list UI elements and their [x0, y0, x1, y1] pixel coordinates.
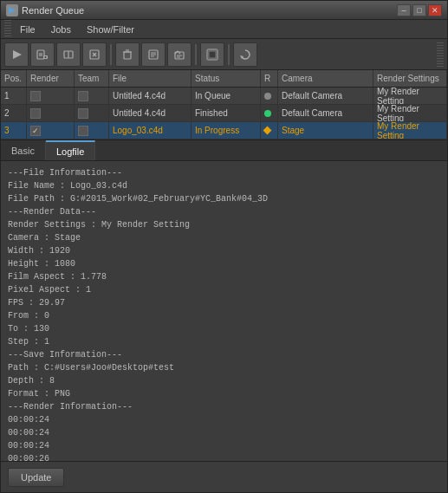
svg-rect-12	[124, 52, 131, 59]
cell-status-3: In Progress	[192, 122, 261, 139]
edit-button[interactable]	[141, 42, 166, 67]
refresh-button[interactable]	[233, 42, 257, 67]
play-button[interactable]	[4, 42, 29, 67]
log-line: Camera : Stage	[8, 231, 440, 244]
log-line: Depth : 8	[8, 374, 440, 387]
log-line: File Name : Logo_03.c4d	[8, 179, 440, 192]
minimize-button[interactable]: –	[397, 4, 411, 16]
col-header-team: Team	[75, 70, 109, 87]
cell-team-2[interactable]	[75, 105, 109, 121]
team-checkbox-2[interactable]	[78, 108, 88, 119]
table-row[interactable]: 1 Untitled 4.c4d In Queue Default Camera…	[1, 88, 447, 105]
render-checkbox-1[interactable]	[30, 91, 41, 101]
col-header-file: File	[109, 70, 192, 87]
tab-basic[interactable]: Basic	[1, 140, 46, 160]
update-button[interactable]: Update	[8, 468, 64, 487]
render-frame-button[interactable]	[200, 42, 224, 67]
render-queue-table: Pos. Render Team File Status R Camera Re…	[1, 70, 447, 140]
table-row[interactable]: 3 Logo_03.c4d In Progress Stage My Rende…	[1, 122, 447, 139]
col-header-rendset: Render Settings	[373, 70, 447, 87]
tab-bar: Basic Logfile	[1, 140, 447, 161]
render-checkbox-3[interactable]	[30, 126, 41, 136]
stop-button[interactable]	[82, 42, 107, 67]
log-line: 00:00:24	[8, 413, 440, 426]
col-header-camera: Camera	[278, 70, 373, 87]
log-line: ---Render Information---	[8, 400, 440, 413]
menu-jobs[interactable]: Jobs	[44, 23, 78, 36]
render-checkbox-2[interactable]	[30, 108, 41, 119]
col-header-pos: Pos.	[1, 70, 27, 87]
log-line: File Path : G:#2015_Work#02_February#YC_…	[8, 192, 440, 205]
cell-camera-2: Default Camera	[278, 105, 373, 121]
status-dot-3	[263, 126, 272, 135]
log-line: ---Save Information---	[8, 348, 440, 361]
log-line: 00:00:26	[8, 452, 440, 461]
bottom-panel: Basic Logfile ---File Information---File…	[1, 140, 447, 492]
log-line: Width : 1920	[8, 244, 440, 257]
table-header: Pos. Render Team File Status R Camera Re…	[1, 70, 447, 88]
close-button[interactable]: ✕	[428, 4, 442, 16]
window-icon	[6, 4, 18, 16]
cell-team-1[interactable]	[75, 88, 109, 104]
log-line: 00:00:24	[8, 426, 440, 439]
tab-logfile[interactable]: Logfile	[46, 140, 95, 160]
svg-rect-1	[37, 50, 44, 59]
render-queue-window: Render Queue – □ ✕ File Jobs Show/Filter	[0, 0, 448, 493]
cell-file-2: Untitled 4.c4d	[109, 105, 192, 121]
menu-showfilter[interactable]: Show/Filter	[80, 23, 141, 36]
cell-camera-3: Stage	[278, 122, 373, 139]
log-line: Format : PNG	[8, 387, 440, 400]
footer: Update	[1, 461, 447, 492]
status-dot-2	[264, 110, 271, 117]
toolbar-sep-1	[110, 44, 112, 65]
load-button[interactable]	[167, 42, 192, 67]
team-checkbox-3[interactable]	[78, 126, 88, 136]
cell-file-1: Untitled 4.c4d	[109, 88, 192, 104]
maximize-button[interactable]: □	[412, 4, 426, 16]
cell-rendset-3: My Render Setting	[373, 122, 447, 139]
log-line: Render Settings : My Render Setting	[8, 218, 440, 231]
cell-file-3: Logo_03.c4d	[109, 122, 192, 139]
menu-gripper	[4, 20, 11, 38]
team-checkbox-1[interactable]	[78, 91, 88, 101]
log-area[interactable]: ---File Information---File Name : Logo_0…	[1, 161, 447, 461]
log-line: From : 0	[8, 309, 440, 322]
log-line: To : 130	[8, 322, 440, 335]
cell-team-3[interactable]	[75, 122, 109, 139]
cell-pos-1: 1	[1, 88, 27, 104]
cell-r-2	[261, 105, 278, 121]
window-title: Render Queue	[22, 5, 397, 16]
menu-file[interactable]: File	[13, 23, 42, 36]
log-line: Pixel Aspect : 1	[8, 283, 440, 296]
title-bar-controls: – □ ✕	[397, 4, 442, 16]
cell-r-1	[261, 88, 278, 104]
toolbar-sep-2	[195, 44, 197, 65]
log-line: 00:00:24	[8, 439, 440, 452]
toolbar-end-gripper	[437, 42, 444, 67]
cell-render-3[interactable]	[27, 122, 75, 139]
cell-status-1: In Queue	[192, 88, 261, 104]
pause-button[interactable]	[56, 42, 81, 67]
cell-render-1[interactable]	[27, 88, 75, 104]
log-line: Film Aspect : 1.778	[8, 270, 440, 283]
cell-r-3	[261, 122, 278, 139]
log-line: Height : 1080	[8, 257, 440, 270]
toolbar-sep-3	[228, 44, 230, 65]
log-line: Path : C:#Users#Joo#Desktop#test	[8, 361, 440, 374]
svg-marker-0	[9, 7, 16, 14]
delete-button[interactable]	[115, 42, 140, 67]
add-job-button[interactable]	[30, 42, 55, 67]
cell-pos-3: 3	[1, 122, 27, 139]
col-header-r: R	[261, 70, 278, 87]
status-dot-1	[264, 93, 271, 100]
title-bar: Render Queue – □ ✕	[1, 1, 447, 20]
col-header-status: Status	[192, 70, 261, 87]
menu-bar: File Jobs Show/Filter	[1, 20, 447, 39]
log-line: ---Render Data---	[8, 205, 440, 218]
cell-camera-1: Default Camera	[278, 88, 373, 104]
cell-status-2: Finished	[192, 105, 261, 121]
table-row[interactable]: 2 Untitled 4.c4d Finished Default Camera…	[1, 105, 447, 122]
log-line: Step : 1	[8, 335, 440, 348]
cell-render-2[interactable]	[27, 105, 75, 121]
cell-pos-2: 2	[1, 105, 27, 121]
